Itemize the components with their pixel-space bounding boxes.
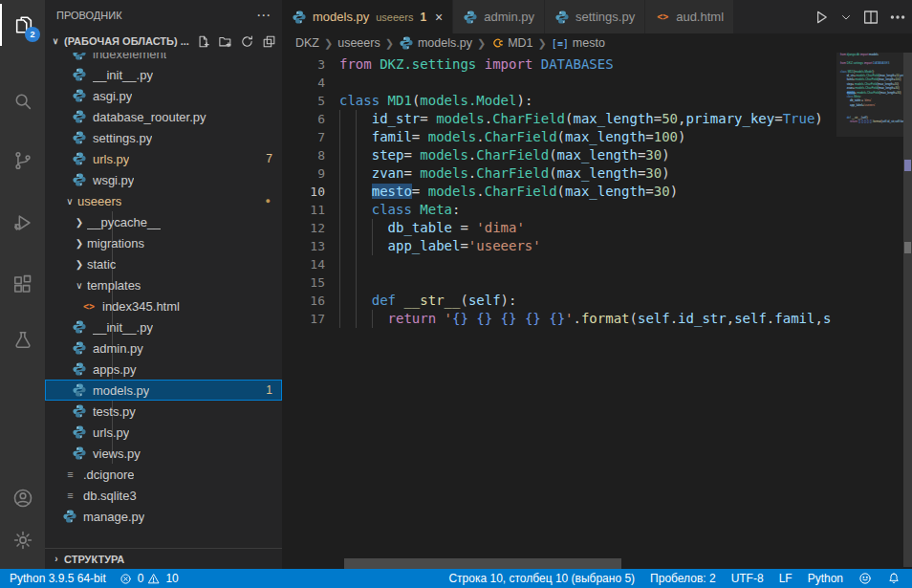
chevron-right-icon: ❯ bbox=[72, 259, 87, 270]
tree-item-label: useeers bbox=[77, 194, 121, 208]
sidebar-more-icon[interactable]: ⋯ bbox=[256, 7, 271, 24]
tree-item-settings.py[interactable]: settings.py bbox=[45, 127, 282, 148]
tree-item-.dcignore[interactable]: ≡.dcignore bbox=[45, 464, 282, 485]
error-icon bbox=[119, 573, 132, 585]
breadcrumb-models.py[interactable]: models.py bbox=[399, 35, 472, 51]
status-encoding[interactable]: UTF-8 bbox=[731, 572, 764, 585]
tree-item-static[interactable]: ❯static bbox=[45, 253, 282, 274]
status-python-interpreter[interactable]: Python 3.9.5 64-bit bbox=[10, 572, 106, 585]
tree-item-models.py[interactable]: models.py1 bbox=[45, 380, 282, 401]
tab-admin.py[interactable]: admin.py bbox=[453, 0, 545, 33]
chevron-right-icon: › bbox=[49, 554, 64, 564]
breadcrumb-MD1[interactable]: MD1 bbox=[490, 36, 532, 50]
line-number: 14 bbox=[282, 255, 325, 273]
status-bar: Python 3.9.5 64-bit010 Строка 10, столбе… bbox=[0, 569, 912, 588]
status-eol[interactable]: LF bbox=[779, 572, 793, 585]
more-actions-icon[interactable] bbox=[889, 9, 906, 26]
line-number: 8 bbox=[282, 146, 325, 164]
field-symbol-icon: [≡] bbox=[552, 38, 569, 49]
code-line-17: 17return '{} {} {} {} {}'.format(self.id… bbox=[836, 120, 903, 123]
python-file-icon bbox=[72, 340, 87, 356]
tree-item-label: views.py bbox=[93, 446, 141, 461]
python-file-icon bbox=[72, 67, 87, 82]
collapse-all-icon[interactable] bbox=[262, 34, 276, 49]
activity-testing[interactable] bbox=[0, 319, 45, 361]
run-dropdown-icon[interactable] bbox=[839, 11, 853, 24]
tree-item-useeers[interactable]: ∨useeers● bbox=[45, 190, 282, 211]
breadcrumb-useeers[interactable]: useeers bbox=[337, 36, 380, 50]
status-cursor-position[interactable]: Строка 10, столбец 10 (выбрано 5) bbox=[448, 572, 635, 585]
tree-item-migrations[interactable]: ❯migrations bbox=[45, 232, 282, 253]
breadcrumb-mesto[interactable]: [≡]mesto bbox=[552, 36, 605, 50]
python-file-icon bbox=[72, 319, 87, 335]
tree-item-__init__.py[interactable]: __init__.py bbox=[45, 64, 282, 85]
ruler-mark bbox=[904, 160, 911, 171]
python-file-icon bbox=[554, 10, 570, 25]
status-indentation[interactable]: Пробелов: 2 bbox=[650, 572, 716, 585]
close-icon[interactable]: × bbox=[435, 11, 443, 24]
explorer-sidebar: ПРОВОДНИК ⋯ ∨ (РАБОЧАЯ ОБЛАСТЬ) ... inde… bbox=[45, 0, 282, 569]
tree-item-indexelement[interactable]: indexelement bbox=[45, 53, 282, 64]
tab-aud.html[interactable]: <>aud.html bbox=[645, 0, 734, 33]
tree-item-views.py[interactable]: views.py bbox=[45, 443, 282, 464]
status-notifications[interactable] bbox=[887, 572, 901, 585]
tree-item-wsgi.py[interactable]: wsgi.py bbox=[45, 169, 282, 190]
file-icon: ≡ bbox=[67, 490, 72, 501]
code-line-3: 3from DKZ.settings import DATABASES bbox=[282, 55, 836, 74]
code-line-11: 11class Meta: bbox=[282, 201, 836, 219]
tree-item-index345.html[interactable]: <>index345.html bbox=[45, 295, 282, 316]
code-editor[interactable]: 3from DKZ.settings import DATABASES45cla… bbox=[282, 53, 836, 557]
tree-item-apps.py[interactable]: apps.py bbox=[45, 359, 282, 380]
tree-item-label: indexelement bbox=[93, 53, 166, 61]
python-file-icon bbox=[72, 172, 87, 187]
tab-settings.py[interactable]: settings.py bbox=[545, 0, 645, 33]
tree-item-__pycache__[interactable]: ❯__pycache__ bbox=[45, 211, 282, 232]
code-line-16: 16def __str__(self): bbox=[282, 292, 836, 310]
outline-section-header[interactable]: › СТРУКТУРА bbox=[45, 548, 282, 569]
tree-item-templates[interactable]: ∨templates bbox=[45, 274, 282, 295]
minimap[interactable]: 1from django.db import models23from DKZ.… bbox=[836, 53, 903, 557]
tree-item-admin.py[interactable]: admin.py bbox=[45, 338, 282, 359]
activity-source-control[interactable] bbox=[0, 140, 45, 182]
tree-item-manage.py[interactable]: manage.py bbox=[45, 506, 282, 527]
tree-item-database_roouter.py[interactable]: database_roouter.py bbox=[45, 106, 282, 127]
activity-settings[interactable] bbox=[0, 519, 45, 561]
status-language-mode[interactable]: Python bbox=[808, 572, 843, 585]
activity-extensions[interactable] bbox=[0, 264, 45, 306]
new-folder-icon[interactable] bbox=[218, 34, 232, 49]
activity-run-debug[interactable] bbox=[0, 202, 45, 244]
tree-item-db.sqlite3[interactable]: ≡db.sqlite3 bbox=[45, 485, 282, 506]
sidebar-title: ПРОВОДНИК bbox=[56, 10, 122, 21]
tree-item-asgi.py[interactable]: asgi.py bbox=[45, 85, 282, 106]
status-feedback[interactable] bbox=[858, 572, 872, 585]
breadcrumb-DKZ[interactable]: DKZ bbox=[295, 36, 319, 50]
tree-item-urls.py[interactable]: urls.py7 bbox=[45, 148, 282, 169]
line-number: 13 bbox=[282, 237, 325, 255]
tree-item-label: apps.py bbox=[93, 362, 137, 377]
tree-item-__init__.py[interactable]: __init__.py bbox=[45, 316, 282, 338]
tree-item-tests.py[interactable]: tests.py bbox=[45, 401, 282, 422]
workspace-section-header[interactable]: ∨ (РАБОЧАЯ ОБЛАСТЬ) ... bbox=[45, 31, 282, 52]
activity-accounts[interactable] bbox=[0, 477, 45, 519]
tree-item-label: migrations bbox=[87, 236, 144, 250]
tree-item-urls.py[interactable]: urls.py bbox=[45, 422, 282, 443]
activity-explorer[interactable]: 2 bbox=[0, 4, 45, 46]
tab-label: aud.html bbox=[676, 10, 724, 24]
line-number: 6 bbox=[282, 110, 325, 128]
ruler-mark bbox=[904, 242, 911, 253]
horizontal-scrollbar[interactable] bbox=[344, 558, 621, 569]
problems-badge: 1 bbox=[266, 383, 272, 397]
breadcrumb-separator: ❯ bbox=[385, 37, 394, 50]
workspace-section-label: (РАБОЧАЯ ОБЛАСТЬ) ... bbox=[64, 35, 196, 47]
code-line-5: 5class MD1(models.Model): bbox=[282, 92, 836, 110]
run-icon[interactable] bbox=[813, 9, 830, 26]
split-editor-icon[interactable] bbox=[862, 9, 879, 26]
status-problems[interactable]: 010 bbox=[119, 572, 179, 585]
status-label: Пробелов: 2 bbox=[650, 572, 716, 585]
code-line-7: 7famil= models.CharField(max_length=100) bbox=[282, 128, 836, 146]
breadcrumb: DKZ❯useeers❯models.py❯MD1❯[≡]mesto bbox=[282, 33, 912, 53]
activity-search[interactable] bbox=[0, 80, 45, 122]
new-file-icon[interactable] bbox=[196, 34, 210, 49]
refresh-icon[interactable] bbox=[240, 34, 254, 49]
tab-models.py[interactable]: models.pyuseeers1× bbox=[282, 0, 453, 33]
